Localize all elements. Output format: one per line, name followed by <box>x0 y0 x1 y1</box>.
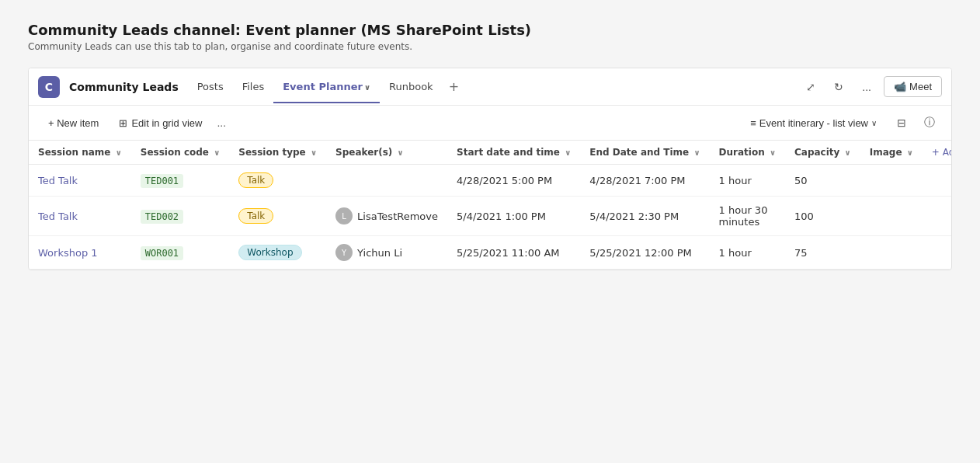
page-subtitle: Community Leads can use this tab to plan… <box>28 41 952 52</box>
avatar: Y <box>335 244 353 261</box>
duration-cell: 1 hour <box>710 165 785 197</box>
speaker-name: LisaTestRemove <box>357 211 438 222</box>
refresh-icon[interactable]: ↻ <box>828 76 850 98</box>
start-datetime-cell: 5/25/2021 11:00 AM <box>447 236 580 270</box>
speaker-item: Y Yichun Li <box>335 244 438 261</box>
sort-icon: ∨ <box>311 148 317 157</box>
tab-chevron-icon: ∨ <box>364 83 370 92</box>
table-row: Ted Talk TED001 Talk 4/28/2021 5:00 PM 4… <box>29 165 952 197</box>
add-col-cell <box>923 236 952 270</box>
info-button[interactable]: ⓘ <box>919 112 940 134</box>
grid-icon: ⊞ <box>119 117 127 129</box>
avatar: L <box>335 207 353 225</box>
add-col-cell <box>923 197 952 236</box>
more-options-icon[interactable]: ... <box>856 76 877 98</box>
sort-icon: ∨ <box>907 148 913 157</box>
session-type-cell: Talk <box>229 165 326 197</box>
tab-runbook[interactable]: Runbook <box>380 70 443 103</box>
sort-icon: ∨ <box>845 148 851 157</box>
add-col-cell <box>923 165 952 197</box>
session-name-link[interactable]: Workshop 1 <box>38 247 98 259</box>
end-datetime-cell: 5/25/2021 12:00 PM <box>580 236 709 270</box>
expand-icon[interactable]: ⤢ <box>800 76 822 98</box>
col-image[interactable]: Image ∨ <box>860 141 923 165</box>
speaker-name: Yichun Li <box>357 247 402 259</box>
toolbar-more-button[interactable]: ... <box>214 117 229 129</box>
edit-grid-label: Edit in grid view <box>131 117 202 129</box>
col-session-code[interactable]: Session code ∨ <box>131 141 230 165</box>
col-session-type[interactable]: Session type ∨ <box>229 141 326 165</box>
speaker-item: L LisaTestRemove <box>335 207 438 225</box>
meet-button[interactable]: 📹 Meet <box>884 76 942 97</box>
sort-icon: ∨ <box>214 148 220 157</box>
tab-event-planner[interactable]: Event Planner∨ <box>273 70 380 103</box>
session-type-badge: Talk <box>238 172 273 188</box>
capacity-cell: 50 <box>785 165 860 197</box>
col-speakers[interactable]: Speaker(s) ∨ <box>326 141 447 165</box>
tab-files[interactable]: Files <box>233 70 274 103</box>
session-code-badge: TED001 <box>141 174 183 188</box>
end-datetime-cell: 4/28/2021 7:00 PM <box>580 165 709 197</box>
sort-icon: ∨ <box>565 148 571 157</box>
col-session-name[interactable]: Session name ∨ <box>29 141 131 165</box>
capacity-cell: 75 <box>785 236 860 270</box>
end-datetime-cell: 5/4/2021 2:30 PM <box>580 197 709 236</box>
sort-icon: ∨ <box>398 148 404 157</box>
session-name-cell: Ted Talk <box>29 165 131 197</box>
col-add-column[interactable]: + Add column <box>923 141 952 165</box>
sort-icon: ∨ <box>693 148 700 157</box>
session-code-cell: WOR001 <box>131 236 230 270</box>
table-row: Ted Talk TED002 Talk L LisaTestRemove <box>29 197 952 236</box>
image-cell <box>860 236 923 270</box>
speakers-cell <box>326 165 447 197</box>
session-type-badge: Talk <box>238 208 273 224</box>
start-datetime-cell: 4/28/2021 5:00 PM <box>447 165 580 197</box>
session-name-cell: Workshop 1 <box>29 236 131 270</box>
speakers-cell: Y Yichun Li <box>326 236 447 270</box>
filter-button[interactable]: ⊟ <box>891 112 912 134</box>
col-end-datetime[interactable]: End Date and Time ∨ <box>580 141 709 165</box>
teams-logo: C <box>38 76 60 98</box>
image-cell <box>860 197 923 236</box>
capacity-cell: 100 <box>785 197 860 236</box>
session-type-cell: Workshop <box>229 236 326 270</box>
duration-cell: 1 hour 30 minutes <box>710 197 785 236</box>
sort-icon: ∨ <box>116 148 122 157</box>
image-cell <box>860 165 923 197</box>
page-title: Community Leads channel: Event planner (… <box>28 22 952 38</box>
new-item-button[interactable]: + New item <box>40 113 107 134</box>
view-chevron-icon: ∨ <box>871 119 877 127</box>
new-item-label: + New item <box>48 117 99 129</box>
edit-grid-button[interactable]: ⊞ Edit in grid view <box>110 113 210 134</box>
duration-cell: 1 hour <box>710 236 785 270</box>
session-type-cell: Talk <box>229 197 326 236</box>
session-code-cell: TED002 <box>131 197 230 236</box>
view-filter-icon: ≡ <box>750 117 756 129</box>
toolbar: + New item ⊞ Edit in grid view ... ≡ Eve… <box>29 106 951 141</box>
session-name-link[interactable]: Ted Talk <box>38 211 78 222</box>
view-selector-button[interactable]: ≡ Event itinerary - list view ∨ <box>742 113 884 133</box>
speakers-cell: L LisaTestRemove <box>326 197 447 236</box>
session-name-link[interactable]: Ted Talk <box>38 175 78 186</box>
start-datetime-cell: 5/4/2021 1:00 PM <box>447 197 580 236</box>
session-code-badge: WOR001 <box>141 246 183 260</box>
session-name-cell: Ted Talk <box>29 197 131 236</box>
tab-add-button[interactable]: + <box>443 68 465 105</box>
sort-icon: ∨ <box>770 148 776 157</box>
session-code-badge: TED002 <box>141 210 183 224</box>
tabs-nav: Posts Files Event Planner∨ Runbook + <box>188 68 791 105</box>
channel-name: Community Leads <box>69 81 179 93</box>
view-name-label: Event itinerary - list view <box>759 117 868 129</box>
topbar-actions: ⤢ ↻ ... 📹 Meet <box>800 76 942 98</box>
col-capacity[interactable]: Capacity ∨ <box>785 141 860 165</box>
session-code-cell: TED001 <box>131 165 230 197</box>
tab-posts[interactable]: Posts <box>188 70 233 103</box>
toolbar-right: ≡ Event itinerary - list view ∨ ⊟ ⓘ <box>742 112 940 134</box>
session-type-badge: Workshop <box>238 245 301 260</box>
table-row: Workshop 1 WOR001 Workshop Y Yichun Li <box>29 236 952 270</box>
col-start-datetime[interactable]: Start date and time ∨ <box>447 141 580 165</box>
list-table: Session name ∨ Session code ∨ Session ty… <box>29 141 952 270</box>
meet-label: Meet <box>909 81 932 92</box>
col-duration[interactable]: Duration ∨ <box>710 141 785 165</box>
meet-icon: 📹 <box>894 81 906 92</box>
